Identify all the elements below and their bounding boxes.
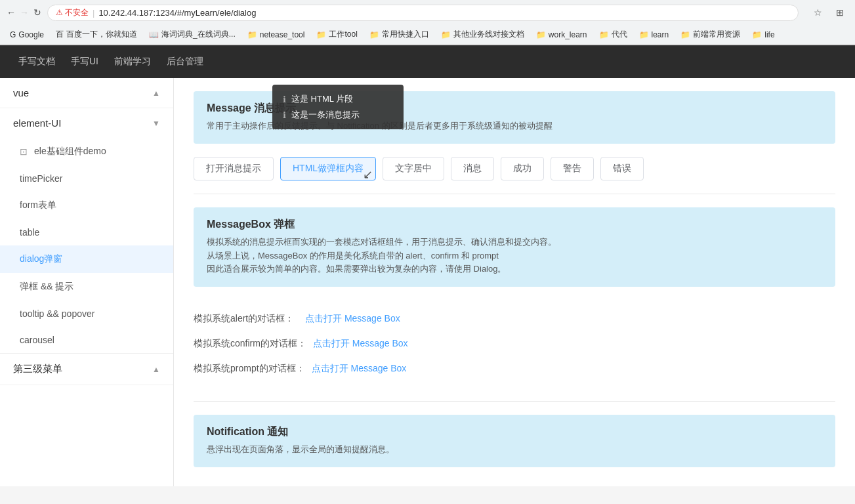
bookmark-label: 海词词典_在线词典... [161,29,236,40]
forward-button[interactable]: → [20,8,29,17]
chevron-icon: ▲ [152,365,160,374]
bookmark-label: 工作tool [329,29,357,40]
folder-icon: 📁 [536,30,546,39]
browser-icons: ☆ ⊞ [809,4,848,21]
baidu-icon: 百 [56,29,64,40]
sidebar-item-label: dialog弹窗 [20,253,62,265]
sidebar-item-label: form表单 [20,200,56,211]
sidebar-header-elementui[interactable]: element-UI ▼ [0,108,173,138]
url-text: 10.242.44.187:1234/#/myLearn/ele/dialog [98,8,256,18]
sidebar-item-table[interactable]: table [0,219,173,245]
divider-2 [194,401,835,402]
sidebar-item-form[interactable]: form表单 [0,192,173,219]
topnav-handwriteui[interactable]: 手写UI [63,45,106,78]
sidebar-item-ele-demo[interactable]: ⊡ ele基础组件demo [0,138,173,165]
bookmarks-bar: G Google 百 百度一下，你就知道 📖 海词词典_在线词典... 📁 ne… [0,25,855,45]
sidebar-item-dialog[interactable]: dialog弹窗 [0,245,173,273]
bookmark-label: netease_tool [260,30,305,39]
btn-open-message[interactable]: 打开消息提示 [194,157,274,180]
bookmark-worktool[interactable]: 📁 工作tool [312,28,362,41]
msgbox-prompt-link[interactable]: 点击打开 Message Box [312,363,407,375]
bookmark-label: 常用快捷入口 [382,29,429,40]
bookmark-label: learn [652,30,669,39]
messagebox-row-confirm: 模拟系统confirm的对话框： 点击打开 Message Box [194,331,835,356]
extensions-button[interactable]: ⊞ [831,4,848,21]
chevron-icon: ▼ [152,119,160,128]
messagebox-desc2: 从场景上说，MessageBox 的作用是美化系统自带的 alert、confi… [207,249,822,263]
folder-icon: 📁 [369,30,379,39]
notification-title: Notification 通知 [207,425,822,439]
sidebar-header-vue[interactable]: vue ▲ [0,78,173,108]
sidebar-item-label: table [20,227,39,238]
sidebar-item-tooltip[interactable]: tooltip && popover [0,301,173,327]
btn-message[interactable]: 消息 [451,157,494,180]
sidebar-item-timepicker[interactable]: timePicker [0,165,173,192]
sidebar-section-vue: vue ▲ [0,78,173,108]
grid-icon: ⊡ [20,146,28,157]
bookmark-learn[interactable]: 📁 learn [635,29,674,41]
bookmark-life[interactable]: 📁 life [747,29,779,41]
folder-icon: 📁 [639,30,649,39]
google-icon: G [10,30,16,39]
star-button[interactable]: ☆ [809,4,826,21]
bookmark-worklearn[interactable]: 📁 work_learn [532,29,592,41]
btn-text-center[interactable]: 文字居中 [383,157,444,180]
tooltip-overlay: ℹ 这是 HTML 片段 ℹ 这是一条消息提示 [272,85,404,129]
browser-controls: ← → ↻ [7,8,42,17]
bookmark-netease[interactable]: 📁 netease_tool [243,29,310,41]
messagebox-row-alert: 模拟系统alert的对话框： 点击打开 Message Box [194,306,835,331]
bookmark-baidu[interactable]: 百 百度一下，你就知道 [51,28,142,41]
btn-warning[interactable]: 警告 [551,157,594,180]
sidebar-item-label: ele基础组件demo [34,146,106,158]
chevron-icon: ▲ [152,89,160,98]
bookmark-label: life [764,30,774,39]
tooltip-text-1: 这是 HTML 片段 [291,93,353,105]
sidebar-item-label: timePicker [20,173,62,184]
messagebox-rows-section: 模拟系统alert的对话框： 点击打开 Message Box 模拟系统conf… [194,300,835,388]
msgbox-alert-label: 模拟系统alert的对话框： [194,313,299,325]
messagebox-desc3: 因此适合展示较为简单的内容。如果需要弹出较为复杂的内容，请使用 Dialog。 [207,262,822,276]
info-icon: ℹ [283,94,286,104]
msgbox-confirm-link[interactable]: 点击打开 Message Box [313,338,408,350]
tooltip-text-2: 这是一条消息提示 [291,109,360,121]
tooltip-item-2: ℹ 这是一条消息提示 [283,107,393,123]
btn-success[interactable]: 成功 [501,157,544,180]
topnav-admin[interactable]: 后台管理 [159,45,211,78]
sidebar-item-label: tooltip && popover [20,308,94,319]
security-warning: ⚠ 不安全 [56,7,89,18]
info-icon2: ℹ [283,110,286,120]
bookmark-haici[interactable]: 📖 海词词典_在线词典... [144,28,240,41]
bookmark-label: 前端常用资源 [693,29,740,40]
sidebar-section-level3: 第三级菜单 ▲ [0,354,173,385]
bookmark-dai[interactable]: 📁 代代 [594,28,632,41]
sidebar-item-carousel[interactable]: carousel [0,327,173,353]
haici-icon: 📖 [149,30,159,39]
bookmark-label: 其他业务线对接文档 [453,29,524,40]
topnav-handwrite[interactable]: 手写文档 [10,45,63,78]
messagebox-desc1: 模拟系统的消息提示框而实现的一套模态对话框组件，用于消息提示、确认消息和提交内容… [207,236,822,249]
messagebox-title: MessageBox 弹框 [207,218,822,232]
topnav-frontend[interactable]: 前端学习 [106,45,159,78]
bookmark-frontend[interactable]: 📁 前端常用资源 [676,28,745,41]
btn-error[interactable]: 错误 [600,157,644,180]
bookmark-shortcuts[interactable]: 📁 常用快捷入口 [365,28,434,41]
folder-icon: 📁 [247,30,257,39]
sidebar-item-label: carousel [20,335,54,345]
browser-titlebar: ← → ↻ ⚠ 不安全 | 10.242.44.187:1234/#/myLea… [0,0,855,25]
content-area: ℹ 这是 HTML 片段 ℹ 这是一条消息提示 Message 消息提示 常用于… [174,78,855,486]
sidebar-item-popup[interactable]: 弹框 && 提示 [0,273,173,301]
reload-button[interactable]: ↻ [33,8,42,17]
security-text: 不安全 [65,7,89,18]
msgbox-alert-link[interactable]: 点击打开 Message Box [305,313,400,325]
message-buttons-row: 打开消息提示 HTML做弹框内容 ↙ 文字居中 消息 成功 警告 错误 [194,157,835,180]
bookmark-google[interactable]: G Google [5,29,49,41]
address-bar[interactable]: ⚠ 不安全 | 10.242.44.187:1234/#/myLearn/ele… [47,5,799,21]
sidebar-elementui-label: element-UI [13,117,61,129]
bookmark-label: 代代 [612,29,627,40]
btn-html-content[interactable]: HTML做弹框内容 ↙ [280,157,376,180]
messagebox-row-prompt: 模拟系统prompt的对话框： 点击打开 Message Box [194,356,835,381]
bookmark-business[interactable]: 📁 其他业务线对接文档 [436,28,529,41]
separator: | [93,8,94,18]
sidebar-header-level3[interactable]: 第三级菜单 ▲ [0,354,173,385]
back-button[interactable]: ← [7,8,16,17]
